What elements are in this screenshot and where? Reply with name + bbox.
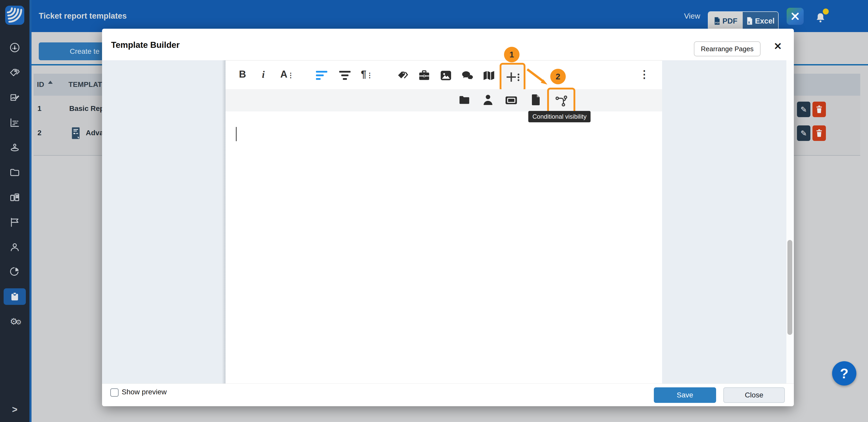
paragraph-glyph: ¶ [361,69,366,80]
app-logo[interactable] [5,6,24,25]
sidebar-item-tags[interactable] [4,64,26,81]
trash-icon [815,105,823,114]
dashboard-gauge-icon [9,42,21,53]
insert-element-button[interactable] [500,63,525,91]
rearrange-pages-button[interactable]: Rearrange Pages [694,41,761,56]
svg-text:x: x [748,20,750,24]
pencil-icon: ✎ [800,105,807,114]
sidebar-item-analytics[interactable] [4,114,26,131]
sidebar-item-reports[interactable] [4,263,26,280]
show-preview-label[interactable]: Show preview [122,384,167,400]
sidebar-item-settings[interactable]: ⚙⚙ [4,313,26,330]
flag-icon [9,217,21,228]
insert-submenu-bar [225,89,662,111]
save-button[interactable]: Save [654,387,716,403]
view-label: View [684,0,700,32]
row-name-cell: Adva [86,129,103,137]
person-insert-button[interactable] [483,94,493,106]
person-location-icon [9,142,21,153]
sidebar-item-dashboard[interactable] [4,39,26,56]
editor-area[interactable]: B i A⋮ ¶⋮ ⋮ 1 2 Conditional [225,60,662,384]
pdf-file-icon: PDF [714,17,720,25]
conditional-visibility-button[interactable] [547,88,575,114]
folder-insert-button[interactable] [459,95,470,105]
comments-button[interactable] [461,70,474,81]
app-launcher-button[interactable] [786,8,804,25]
edit-row-button[interactable]: ✎ [797,125,810,141]
map-button[interactable] [483,70,495,81]
close-icon[interactable]: ✕ [771,39,784,53]
text-cursor [236,127,237,141]
dots-icon: ⋮ [287,72,294,79]
show-preview-checkbox[interactable] [110,388,119,397]
view-format-toggle: PDF PDF x Excel [708,11,779,30]
image-button[interactable] [440,70,452,81]
document-insert-button[interactable] [531,94,541,106]
pages-panel [102,60,225,384]
pie-report-icon [9,266,21,277]
user-icon [9,242,21,253]
excel-toggle-button[interactable]: x Excel [743,12,778,30]
notification-badge [823,8,829,15]
paragraph-style-button[interactable]: ¶⋮ [361,69,373,80]
trash-icon [815,129,823,138]
question-mark-icon: ? [840,365,848,382]
pdf-toggle-button[interactable]: PDF PDF [708,12,743,30]
settings-gears-icon: ⚙⚙ [10,316,20,327]
conditional-visibility-icon [555,94,568,108]
sidebar-item-folders[interactable] [4,164,26,181]
modal-scrollbar[interactable] [786,60,794,384]
app-launcher-icon [789,10,801,22]
sort-ascending-icon [48,81,53,84]
align-center-button[interactable] [338,70,351,81]
pencil-icon: ✎ [800,129,807,138]
assets-briefcase-button[interactable] [418,70,430,81]
close-button[interactable]: Close [723,387,785,403]
sidebar-item-organizations[interactable] [4,189,26,205]
delete-row-button[interactable] [812,102,826,117]
svg-text:PDF: PDF [715,21,720,24]
sidebar-item-compose[interactable] [4,89,26,106]
dots-icon: ⋮ [366,72,373,79]
row-id-cell: 2 [37,129,41,137]
tooltip: Conditional visibility [528,111,591,122]
create-template-label: Create te [70,43,99,60]
font-style-button[interactable]: A⋮ [280,69,294,80]
folder-icon [9,167,21,178]
sidebar-item-flags[interactable] [4,214,26,230]
chevron-right-icon: > [12,404,17,415]
template-builder-modal: Template Builder Rearrange Pages ✕ B i A… [102,29,794,406]
italic-button[interactable]: i [262,69,265,80]
sidebar-accent-stripe [29,0,32,422]
scrollbar-thumb[interactable] [787,240,792,335]
sidebar-item-users[interactable] [4,239,26,255]
page-title: Ticket report templates [39,0,127,32]
excel-label: Excel [755,17,775,25]
ticket-insert-button[interactable] [505,96,518,105]
more-options-kebab-button[interactable]: ⋮ [639,68,649,80]
tags-icon [9,67,21,78]
annotation-arrow [523,66,554,90]
sidebar [0,0,29,422]
edit-row-button[interactable]: ✎ [797,102,810,117]
step-2-badge: 2 [550,69,566,84]
sidebar-item-person-location[interactable] [4,139,26,156]
organizations-icon [9,192,21,203]
font-letter: A [280,69,287,80]
compose-document-icon [9,92,21,103]
help-button[interactable]: ? [832,361,857,386]
bold-button[interactable]: B [239,69,246,80]
row-id-cell: 1 [37,105,41,113]
report-document-icon [71,126,81,140]
sidebar-expand-button[interactable]: > [4,401,26,418]
column-header-template[interactable]: TEMPLATE [68,80,107,89]
modal-footer: Show preview Save Close [102,384,794,406]
right-panel [662,60,786,384]
align-left-button[interactable] [315,70,329,81]
modal-title: Template Builder [111,40,180,50]
step-1-badge: 1 [504,47,520,62]
delete-row-button[interactable] [812,125,826,141]
sidebar-item-templates[interactable] [4,288,26,305]
tag-button[interactable] [397,69,409,82]
column-header-id[interactable]: ID [37,80,44,89]
